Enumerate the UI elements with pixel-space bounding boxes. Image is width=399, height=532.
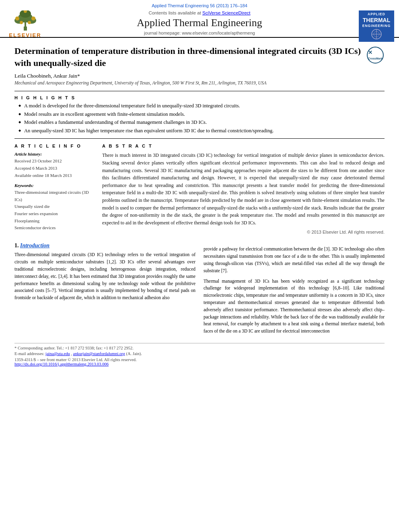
email-link-1[interactable]: jaina@uta.edu <box>45 351 70 356</box>
list-item: An unequally-sized 3D IC has higher temp… <box>19 127 385 135</box>
journal-main-title: Applied Thermal Engineering <box>4 17 395 29</box>
intro-para1: Three-dimensional integrated circuits (3… <box>14 251 195 302</box>
elsevier-tree-icon <box>9 10 41 31</box>
highlights-label: H I G H L I G H T S <box>14 95 385 100</box>
paper-title: Determination of temperature distributio… <box>14 45 361 69</box>
sciverse-line: Contents lists available at SciVerse Sci… <box>4 10 395 15</box>
keyword-item: Three-dimensional integrated circuits (3… <box>14 189 95 203</box>
keyword-item: Fourier series expansion <box>14 210 95 218</box>
footnote-emails: E-mail addresses: jaina@uta.edu , ankurj… <box>14 351 385 356</box>
abstract-text: There is much interest in 3D integrated … <box>102 152 385 226</box>
footnote-star: * Corresponding author. Tel.: +1 817 272… <box>14 346 385 350</box>
list-item: A model is developed for the three-dimen… <box>19 103 385 110</box>
body-content: 1. Introduction Three-dimensional integr… <box>14 242 385 335</box>
sciverse-link[interactable]: SciVerse ScienceDirect <box>202 10 251 15</box>
svg-point-10 <box>28 21 31 24</box>
header-inner: ELSEVIER Contents lists available at Sci… <box>0 10 399 35</box>
journal-homepage: journal homepage: www.elsevier.com/locat… <box>4 31 395 35</box>
divider-2 <box>14 138 385 139</box>
keywords-label: Keywords: <box>14 183 95 188</box>
elsevier-text: ELSEVIER <box>9 32 41 38</box>
journal-title-block: Contents lists available at SciVerse Sci… <box>4 10 395 35</box>
accepted-date: Accepted 6 March 2013 <box>14 165 95 172</box>
available-date: Available online 18 March 2013 <box>14 172 95 179</box>
doi-link[interactable]: http://dx.doi.org/10.1016/j.applthermale… <box>14 362 109 366</box>
crossmark-circle: ✕CrossMark <box>367 47 384 64</box>
svg-point-9 <box>20 21 23 24</box>
elsevier-logo: ELSEVIER <box>4 10 46 43</box>
received-date: Received 23 October 2012 <box>14 158 95 165</box>
page-footer: * Corresponding author. Tel.: +1 817 272… <box>14 343 385 366</box>
intro-para3: Thermal management of 3D ICs has been wi… <box>204 278 385 335</box>
main-content: Determination of temperature distributio… <box>0 38 399 370</box>
body-col-left: 1. Introduction Three-dimensional integr… <box>14 242 195 335</box>
article-abstract-section: A R T I C L E I N F O Article history: R… <box>14 144 385 234</box>
keyword-item: Floorplanning <box>14 218 95 225</box>
footer-doi: http://dx.doi.org/10.1016/j.applthermale… <box>14 362 385 366</box>
svg-point-7 <box>31 16 35 21</box>
authors: Leila Choobineh, Ankur Jain* <box>14 73 385 79</box>
email-link-2[interactable]: ankurjain@stanfordalumni.org <box>73 351 125 356</box>
body-col-right: provide a pathway for electrical communi… <box>204 242 385 335</box>
highlights-list: A model is developed for the three-dimen… <box>19 103 385 134</box>
journal-header: Applied Thermal Engineering 56 (2013) 17… <box>0 0 399 38</box>
journal-ref: Applied Thermal Engineering 56 (2013) 17… <box>0 3 399 8</box>
article-history-label: Article history: <box>14 152 95 156</box>
list-item: Model enables a fundamental understandin… <box>19 119 385 126</box>
section-title: 1. Introduction <box>14 242 195 249</box>
keyword-item: Unequally sized die <box>14 203 95 210</box>
intro-para2: provide a pathway for electrical communi… <box>204 246 385 274</box>
list-item: Model results are in excellent agreement… <box>19 111 385 118</box>
page: Applied Thermal Engineering 56 (2013) 17… <box>0 0 399 532</box>
paper-title-section: Determination of temperature distributio… <box>14 45 385 69</box>
affiliation: Mechanical and Aerospace Engineering Dep… <box>14 80 385 85</box>
article-info-col: A R T I C L E I N F O Article history: R… <box>14 144 95 234</box>
keywords-list: Three-dimensional integrated circuits (3… <box>14 189 95 232</box>
journal-logo-box: APPLIED THERMAL ENGINEERING <box>359 10 394 42</box>
logo-graphic-icon <box>366 28 387 40</box>
keyword-item: Semiconductor devices <box>14 224 95 232</box>
crossmark-badge: ✕CrossMark <box>367 47 385 64</box>
abstract-col: A B S T R A C T There is much interest i… <box>102 144 385 234</box>
svg-point-6 <box>15 16 19 21</box>
copyright-line: © 2013 Elsevier Ltd. All rights reserved… <box>102 230 385 234</box>
article-dates: Received 23 October 2012 Accepted 6 Marc… <box>14 158 95 179</box>
abstract-label: A B S T R A C T <box>102 144 385 148</box>
article-info-label: A R T I C L E I N F O <box>14 144 95 148</box>
journal-logo-right: APPLIED THERMAL ENGINEERING <box>359 10 395 43</box>
footer-issn: 1359-4311/$ – see front matter © 2013 El… <box>14 357 385 362</box>
divider-1 <box>14 91 385 91</box>
